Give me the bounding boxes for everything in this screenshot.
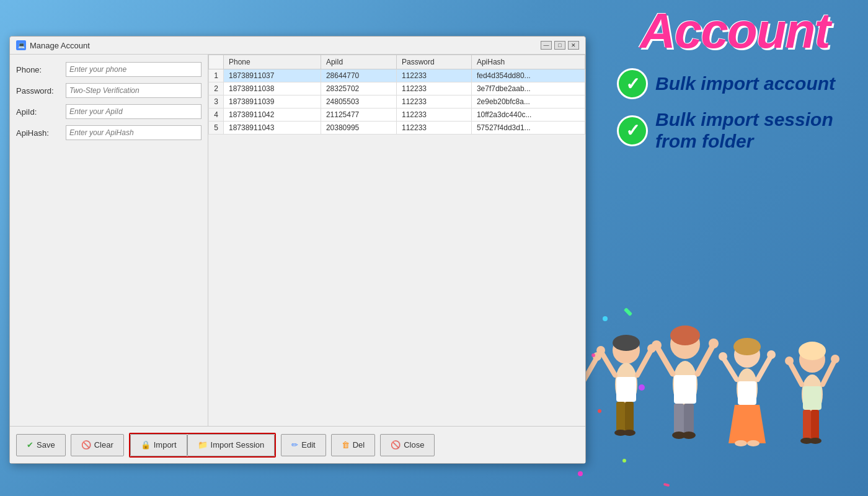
cell-apiid: 20380995 [321, 122, 396, 135]
table-row[interactable]: 2 18738911038 28325702 112233 3e7f7dbe2a… [209, 82, 585, 95]
window-app-icon: 💻 [16, 40, 26, 50]
phone-input[interactable] [66, 62, 202, 77]
cell-apihash: 10ff2a3dc440c... [471, 108, 585, 122]
svg-point-17 [596, 346, 605, 355]
window-titlebar: 💻 Manage Account — □ ✕ [10, 37, 585, 55]
svg-line-39 [724, 358, 737, 379]
apiid-label: ApiId: [16, 107, 66, 117]
minimize-button[interactable]: — [541, 41, 552, 50]
svg-point-35 [682, 432, 696, 439]
svg-line-16 [637, 350, 651, 375]
toolbar: ✔ Save 🚫 Clear 🔒 Import 📁 Import Session… [10, 426, 585, 463]
import-session-button[interactable]: 📁 Import Session [187, 434, 275, 456]
save-button[interactable]: ✔ Save [16, 434, 66, 456]
cell-apiid: 28644770 [321, 69, 396, 82]
svg-point-45 [735, 440, 747, 446]
window-title-text: Manage Account [30, 41, 90, 50]
edit-button[interactable]: ✏ Edit [281, 434, 326, 456]
check-icon-2 [617, 115, 648, 146]
cell-password: 112233 [396, 122, 471, 135]
col-num [209, 55, 224, 69]
cell-phone: 18738911042 [224, 108, 321, 122]
svg-point-48 [799, 342, 826, 360]
svg-line-40 [758, 356, 771, 379]
svg-point-58 [809, 438, 822, 444]
password-input[interactable] [66, 83, 202, 98]
svg-line-51 [823, 361, 835, 384]
table-panel: Phone ApiId Password ApiHash 1 187389110… [208, 55, 585, 426]
cell-apiid: 28325702 [321, 82, 396, 95]
cell-phone: 18738911038 [224, 82, 321, 95]
window-title-left: 💻 Manage Account [16, 40, 90, 50]
del-icon: 🗑 [342, 440, 350, 450]
cell-password: 112233 [396, 82, 471, 95]
password-label: Password: [16, 86, 66, 95]
svg-point-37 [733, 338, 761, 355]
svg-rect-55 [803, 410, 811, 440]
edit-icon: ✏ [291, 440, 298, 450]
table-row[interactable]: 3 18738911039 24805503 112233 2e9eb20bfc… [209, 95, 585, 108]
promo-title: Account [640, 6, 830, 56]
import-session-icon: 📁 [198, 440, 208, 450]
svg-point-52 [785, 356, 794, 365]
svg-rect-43 [738, 381, 756, 405]
table-row[interactable]: 1 18738911037 28644770 112233 fed4d354dd… [209, 69, 585, 82]
clear-icon: 🚫 [81, 440, 91, 450]
close-icon: 🚫 [391, 440, 401, 450]
table-row[interactable]: 4 18738911042 21125477 112233 10ff2a3dc4… [209, 108, 585, 122]
promo-text-1: Bulk import account [655, 73, 835, 95]
svg-rect-32 [674, 404, 684, 435]
apiid-input[interactable] [66, 104, 202, 119]
save-label: Save [37, 440, 55, 450]
close-button[interactable]: 🚫 Close [380, 434, 435, 456]
svg-marker-44 [728, 405, 766, 443]
row-num: 5 [209, 122, 224, 135]
svg-point-30 [709, 339, 719, 348]
svg-point-53 [831, 355, 839, 363]
phone-label: Phone: [16, 65, 66, 74]
apihash-input[interactable] [66, 125, 202, 140]
svg-rect-56 [811, 410, 819, 440]
del-button[interactable]: 🗑 Del [331, 434, 376, 456]
window-body: Phone: Password: ApiId: ApiHash: [10, 55, 585, 426]
row-num: 2 [209, 82, 224, 95]
check-icon-1 [617, 68, 648, 99]
import-group: 🔒 Import 📁 Import Session [129, 433, 277, 458]
manage-account-window: 💻 Manage Account — □ ✕ Phone: Password: [9, 36, 586, 464]
cell-password: 112233 [396, 95, 471, 108]
phone-row: Phone: [16, 62, 202, 77]
svg-line-28 [698, 345, 713, 374]
apihash-row: ApiHash: [16, 125, 202, 140]
import-icon: 🔒 [141, 440, 151, 450]
svg-point-29 [652, 340, 662, 350]
col-phone: Phone [224, 55, 321, 69]
col-password: Password [396, 55, 471, 69]
cell-phone: 18738911039 [224, 95, 321, 108]
row-num: 4 [209, 108, 224, 122]
cell-apihash: 3e7f7dbe2aab... [471, 82, 585, 95]
cell-apihash: fed4d354dd80... [471, 69, 585, 82]
clear-button[interactable]: 🚫 Clear [71, 434, 124, 456]
import-button[interactable]: 🔒 Import [130, 434, 187, 456]
promo-item-1: Bulk import account [617, 68, 852, 99]
import-session-label: Import Session [211, 440, 265, 450]
close-window-button[interactable]: ✕ [568, 41, 579, 50]
svg-rect-19 [616, 377, 636, 402]
close-label: Close [404, 440, 424, 450]
password-row: Password: [16, 83, 202, 98]
save-icon: ✔ [27, 440, 33, 450]
cell-apiid: 24805503 [321, 95, 396, 108]
cell-apihash: 2e9eb20bfc8a... [471, 95, 585, 108]
table-row[interactable]: 5 18738911043 20380995 112233 57527f4dd3… [209, 122, 585, 135]
cell-apiid: 21125477 [321, 108, 396, 122]
maximize-button[interactable]: □ [554, 41, 565, 50]
svg-line-27 [657, 347, 673, 374]
svg-point-25 [670, 326, 700, 345]
cell-phone: 18738911043 [224, 122, 321, 135]
svg-point-23 [623, 430, 636, 436]
import-label: Import [154, 440, 177, 450]
svg-rect-21 [625, 402, 634, 432]
col-apiid: ApiId [321, 55, 396, 69]
edit-label: Edit [301, 440, 315, 450]
svg-point-13 [613, 335, 640, 351]
